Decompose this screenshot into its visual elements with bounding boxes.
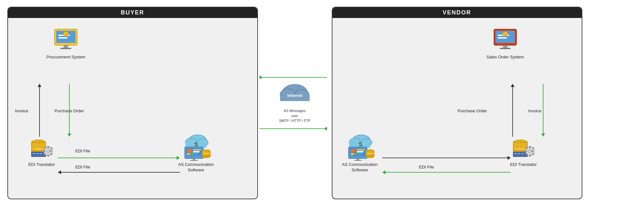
- vendor-panel: VENDOR Sales Order System: [332, 7, 582, 199]
- internet-arrow-right-line: [263, 77, 327, 78]
- edi-file-right-arrowhead: [177, 156, 180, 160]
- svg-rect-14: [36, 153, 39, 154]
- edi-file-right-line: [58, 158, 177, 158]
- vendor-title: VENDOR: [332, 7, 582, 18]
- vendor-invoice-label: Invoice: [528, 108, 542, 114]
- vendor-invoice-line: [543, 84, 543, 133]
- buyer-as-comm-node: ⇅: [178, 133, 214, 173]
- vendor-purchase-order-label: Purchase Order: [458, 108, 487, 114]
- svg-rect-20: [43, 150, 45, 152]
- svg-rect-65: [351, 149, 356, 152]
- svg-rect-34: [193, 149, 201, 150]
- vendor-purchase-order-arrow: [511, 84, 515, 137]
- internet-cloud: Internet AS Messages over SMTP / HTTP / …: [276, 82, 314, 123]
- svg-rect-3: [58, 37, 67, 39]
- svg-rect-69: [355, 153, 358, 155]
- vendor-invoice-arrowhead: [541, 133, 545, 137]
- svg-rect-18: [47, 146, 49, 148]
- sales-order-node: Sales Order System: [487, 28, 524, 60]
- purchase-order-line: [69, 84, 70, 133]
- svg-rect-38: [195, 153, 198, 155]
- svg-rect-33: [187, 149, 192, 152]
- purchase-order-arrowhead: [67, 133, 71, 137]
- edi-file-right-arrow: [58, 156, 180, 160]
- svg-rect-39: [193, 159, 195, 160]
- svg-rect-82: [514, 153, 517, 154]
- buyer-title: BUYER: [8, 7, 257, 18]
- sales-order-label: Sales Order System: [487, 55, 524, 60]
- svg-rect-84: [521, 153, 524, 154]
- svg-rect-83: [518, 153, 520, 154]
- vendor-edi-file-left-line: [385, 172, 511, 173]
- vendor-edi-file-right-line: [382, 158, 507, 158]
- vendor-edi-translator-icon: [509, 137, 538, 161]
- diagram-container: BUYER Procu: [4, 4, 640, 202]
- procurement-label: Procurement System: [47, 55, 85, 60]
- svg-point-44: [202, 152, 210, 155]
- procurement-node: Procurement System: [47, 28, 85, 60]
- internet-arrow-left-head: [324, 127, 327, 131]
- buyer-edi-translator-node: EDI Translator: [27, 137, 56, 167]
- invoice-label: Invoice: [15, 108, 28, 114]
- svg-rect-19: [47, 154, 49, 157]
- invoice-line: [39, 87, 40, 137]
- svg-text:⇅: ⇅: [194, 142, 198, 147]
- procurement-icon: [51, 28, 80, 53]
- buyer-as-comm-icon: ⇅: [180, 133, 212, 161]
- svg-rect-36: [187, 153, 190, 155]
- buyer-edi-translator-icon: [27, 137, 56, 161]
- svg-rect-66: [357, 149, 365, 150]
- internet-arrow-right: [260, 75, 330, 79]
- vendor-as-comm-node: ⇅ AS Co: [342, 133, 378, 173]
- middle-section: Internet AS Messages over SMTP / HTTP / …: [258, 7, 332, 199]
- svg-text:⇅: ⇅: [358, 142, 363, 147]
- edi-file-left-arrowhead: [58, 170, 61, 174]
- internet-cloud-icon: Internet: [276, 82, 314, 107]
- vendor-content: Sales Order System ⇅: [332, 18, 582, 198]
- svg-rect-56: [503, 45, 507, 48]
- svg-point-55: [504, 33, 506, 35]
- purchase-order-arrow: [67, 84, 71, 137]
- edi-file-left-line: [61, 172, 180, 173]
- svg-rect-12: [31, 152, 46, 157]
- buyer-panel: BUYER Procu: [7, 7, 258, 199]
- svg-rect-21: [49, 150, 52, 152]
- svg-text:Internet: Internet: [287, 93, 303, 98]
- svg-point-43: [202, 155, 210, 158]
- svg-point-76: [366, 152, 374, 155]
- vendor-edi-translator-label: EDI Translator: [510, 162, 537, 167]
- svg-rect-89: [525, 150, 527, 152]
- vendor-as-comm-label: AS CommunicationSoftware: [342, 162, 378, 173]
- svg-rect-88: [529, 154, 531, 157]
- vendor-purchase-order-arrowhead: [511, 84, 515, 87]
- svg-rect-67: [357, 151, 363, 152]
- internet-arrow-left-line: [260, 128, 324, 129]
- svg-rect-7: [60, 48, 71, 49]
- svg-rect-81: [513, 152, 527, 157]
- svg-point-5: [65, 33, 67, 35]
- svg-rect-90: [531, 150, 534, 152]
- edi-file-right-label: EDI File: [75, 148, 90, 154]
- svg-rect-68: [351, 153, 354, 155]
- internet-arrow-left: [260, 127, 330, 131]
- vendor-edi-file-label: EDI File: [419, 164, 434, 170]
- svg-rect-13: [32, 153, 35, 154]
- vendor-purchase-order-line: [512, 87, 513, 137]
- svg-rect-37: [191, 153, 194, 155]
- buyer-edi-translator-label: EDI Translator: [28, 162, 55, 167]
- svg-rect-71: [357, 159, 359, 160]
- edi-file-left-arrow: [58, 170, 180, 174]
- svg-point-75: [366, 155, 374, 158]
- svg-rect-72: [354, 160, 362, 161]
- vendor-edi-file-left-arrowhead: [382, 170, 385, 174]
- edi-file-left-label: EDI File: [75, 164, 90, 170]
- svg-rect-15: [40, 153, 42, 154]
- buyer-as-comm-label: AS CommunicationSoftware: [178, 162, 214, 173]
- vendor-edi-file-left-arrow: [382, 170, 511, 174]
- svg-rect-40: [190, 160, 198, 161]
- invoice-arrowhead: [38, 84, 41, 87]
- vendor-as-comm-icon: ⇅: [344, 133, 376, 161]
- svg-rect-57: [500, 48, 511, 49]
- as-messages-text: AS Messages over SMTP / HTTP / FTP: [279, 108, 311, 123]
- sales-order-icon: [491, 28, 520, 53]
